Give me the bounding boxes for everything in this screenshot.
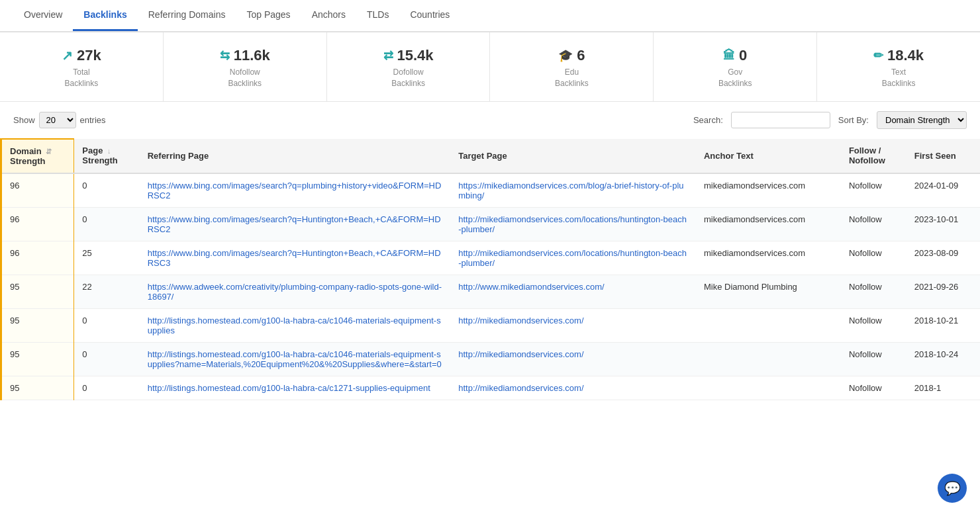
show-entries-select[interactable]: 10 20 50 100 — [39, 112, 76, 128]
target-page-cell[interactable]: http://mikediamondservices.com/ — [450, 342, 696, 376]
text-backlinks-label2: Backlinks — [882, 79, 916, 88]
domain-strength-cell: 95 — [1, 308, 74, 342]
show-label: Show — [13, 115, 35, 125]
referring-page-cell[interactable]: https://www.bing.com/images/search?q=Hun… — [140, 241, 451, 275]
table-row: 9522https://www.adweek.com/creativity/pl… — [1, 275, 981, 308]
domain-strength-cell: 95 — [1, 376, 74, 400]
referring-page-cell[interactable]: http://listings.homestead.com/g100-la-ha… — [140, 376, 451, 400]
referring-page-cell[interactable]: https://www.bing.com/images/search?q=plu… — [140, 173, 451, 208]
follow-nofollow-cell: Nofollow — [841, 173, 906, 208]
referring-page-cell[interactable]: http://listings.homestead.com/g100-la-ha… — [140, 342, 451, 376]
tab-overview[interactable]: Overview — [13, 0, 73, 31]
target-page-cell-link[interactable]: https://mikediamondservices.com/blog/a-b… — [458, 181, 683, 200]
gov-backlinks-value: 0 — [739, 47, 747, 64]
referring-page-cell[interactable]: https://www.adweek.com/creativity/plumbi… — [140, 275, 451, 308]
target-page-cell-link[interactable]: http://www.mikediamondservices.com/ — [458, 282, 604, 292]
dofollow-backlinks-label1: Dofollow — [393, 67, 424, 77]
stat-text-backlinks: ✏ 18.4k Text Backlinks — [817, 32, 980, 101]
target-page-cell-link[interactable]: http://mikediamondservices.com/ — [458, 349, 583, 359]
follow-nofollow-cell: Nofollow — [841, 308, 906, 342]
follow-nofollow-cell: Nofollow — [841, 275, 906, 308]
target-page-cell[interactable]: http://mikediamondservices.com/locations… — [450, 207, 696, 241]
sort-label: Sort By: — [838, 115, 869, 125]
anchor-text-cell: mikediamondservices.com — [696, 207, 841, 241]
referring-page-cell-link[interactable]: https://www.bing.com/images/search?q=plu… — [148, 181, 442, 200]
tab-anchors[interactable]: Anchors — [301, 0, 356, 31]
col-header-follow-nofollow: Follow /Nofollow — [841, 139, 906, 173]
search-input[interactable] — [731, 112, 830, 128]
nofollow-backlinks-label1: Nofollow — [230, 67, 260, 77]
table-row: 960https://www.bing.com/images/search?q=… — [1, 207, 981, 241]
table-row: 9625https://www.bing.com/images/search?q… — [1, 241, 981, 275]
referring-page-cell-link[interactable]: https://www.bing.com/images/search?q=Hun… — [148, 248, 441, 268]
first-seen-cell: 2023-10-01 — [906, 207, 980, 241]
page-strength-cell: 25 — [74, 241, 140, 275]
target-page-cell[interactable]: http://www.mikediamondservices.com/ — [450, 275, 696, 308]
col-header-page-strength[interactable]: Page ↓Strength — [74, 139, 140, 173]
sort-select[interactable]: Domain Strength Page Strength First Seen… — [877, 111, 967, 129]
domain-strength-cell: 95 — [1, 342, 74, 376]
dofollow-backlinks-icon: ⇄ — [383, 48, 393, 63]
target-page-cell[interactable]: http://mikediamondservices.com/ — [450, 376, 696, 400]
referring-page-cell-link[interactable]: http://listings.homestead.com/g100-la-ha… — [148, 349, 442, 369]
col-header-domain-strength[interactable]: Domain ⇵Strength — [1, 139, 74, 173]
anchor-text-cell: Mike Diamond Plumbing — [696, 275, 841, 308]
tab-tlds[interactable]: TLDs — [356, 0, 399, 31]
page-strength-cell: 0 — [74, 207, 140, 241]
tab-bar: Overview Backlinks Referring Domains Top… — [0, 0, 980, 32]
tab-top-pages[interactable]: Top Pages — [236, 0, 301, 31]
anchor-text-cell — [696, 308, 841, 342]
referring-page-cell-link[interactable]: https://www.bing.com/images/search?q=Hun… — [148, 214, 441, 234]
controls-row: Show 10 20 50 100 entries Search: Sort B… — [0, 102, 980, 138]
anchor-text-cell — [696, 376, 841, 400]
table-wrapper: Domain ⇵Strength Page ↓Strength Referrin… — [0, 138, 980, 400]
referring-page-cell-link[interactable]: http://listings.homestead.com/g100-la-ha… — [148, 316, 441, 335]
referring-page-cell-link[interactable]: https://www.adweek.com/creativity/plumbi… — [148, 282, 442, 302]
follow-nofollow-cell: Nofollow — [841, 241, 906, 275]
tab-referring-domains[interactable]: Referring Domains — [138, 0, 236, 31]
search-label: Search: — [693, 115, 723, 125]
anchor-text-cell — [696, 342, 841, 376]
target-page-cell[interactable]: https://mikediamondservices.com/blog/a-b… — [450, 173, 696, 208]
entries-label: entries — [80, 115, 106, 125]
table-row: 950http://listings.homestead.com/g100-la… — [1, 342, 981, 376]
anchor-text-cell: mikediamondservices.com — [696, 173, 841, 208]
total-backlinks-value: 27k — [77, 47, 101, 64]
target-page-cell[interactable]: http://mikediamondservices.com/ — [450, 308, 696, 342]
stat-edu-backlinks: 🎓 6 Edu Backlinks — [490, 32, 654, 101]
target-page-cell-link[interactable]: http://mikediamondservices.com/ — [458, 383, 583, 393]
follow-nofollow-cell: Nofollow — [841, 342, 906, 376]
col-header-referring-page: Referring Page — [140, 139, 451, 173]
nofollow-backlinks-value: 11.6k — [234, 47, 270, 64]
tab-countries[interactable]: Countries — [399, 0, 460, 31]
domain-strength-cell: 96 — [1, 241, 74, 275]
controls-left: Show 10 20 50 100 entries — [13, 112, 106, 128]
dofollow-backlinks-value: 15.4k — [397, 47, 434, 64]
edu-backlinks-icon: 🎓 — [558, 48, 573, 63]
edu-backlinks-label1: Edu — [565, 67, 579, 77]
gov-backlinks-label1: Gov — [728, 67, 742, 77]
target-page-cell-link[interactable]: http://mikediamondservices.com/locations… — [458, 248, 687, 268]
target-page-cell-link[interactable]: http://mikediamondservices.com/locations… — [458, 214, 687, 234]
col-header-first-seen: First Seen — [906, 139, 980, 173]
first-seen-cell: 2018-10-21 — [906, 308, 980, 342]
page-strength-cell: 0 — [74, 173, 140, 208]
page-strength-cell: 22 — [74, 275, 140, 308]
edu-backlinks-value: 6 — [577, 47, 585, 64]
text-backlinks-icon: ✏ — [873, 48, 883, 63]
target-page-cell-link[interactable]: http://mikediamondservices.com/ — [458, 316, 583, 325]
referring-page-cell[interactable]: https://www.bing.com/images/search?q=Hun… — [140, 207, 451, 241]
total-backlinks-label1: Total — [73, 67, 89, 77]
page-strength-cell: 0 — [74, 308, 140, 342]
follow-nofollow-cell: Nofollow — [841, 376, 906, 400]
referring-page-cell-link[interactable]: http://listings.homestead.com/g100-la-ha… — [148, 383, 430, 393]
col-header-target-page: Target Page — [450, 139, 696, 173]
domain-strength-cell: 96 — [1, 173, 74, 208]
referring-page-cell[interactable]: http://listings.homestead.com/g100-la-ha… — [140, 308, 451, 342]
follow-nofollow-cell: Nofollow — [841, 207, 906, 241]
tab-backlinks[interactable]: Backlinks — [73, 0, 137, 31]
page-strength-cell: 0 — [74, 342, 140, 376]
target-page-cell[interactable]: http://mikediamondservices.com/locations… — [450, 241, 696, 275]
gov-backlinks-label2: Backlinks — [718, 79, 752, 88]
stats-row: ↗ 27k Total Backlinks ⇆ 11.6k Nofollow B… — [0, 32, 980, 102]
